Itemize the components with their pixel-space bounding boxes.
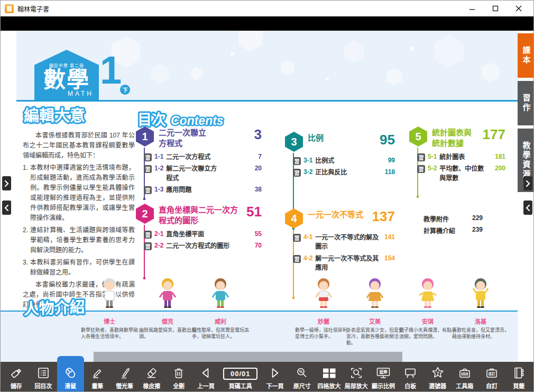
toc-extra-link[interactable]: 計算機介紹 239 [423, 226, 483, 235]
usb-save-icon [10, 366, 23, 380]
toc-section-link[interactable]: 習 3-1 比例式 99 [293, 157, 395, 166]
svg-text:延伸: 延伸 [379, 369, 388, 375]
toc-section-link[interactable]: 習 1-3 應用問題 38 [144, 186, 262, 195]
toc-section-link[interactable]: 習 1-1 二元一次方程式 7 [144, 153, 262, 162]
next-page-button[interactable]: 下一頁 [261, 362, 288, 392]
title-bar: 翰林電子書 [1, 1, 534, 16]
toc-extra-link[interactable]: 教學附件 229 [423, 214, 483, 223]
toc-chapter-3: 3 比例 95 習 3-1 比例式 99 習 3-2 正比與反比 118 [285, 132, 395, 180]
tab-textbook[interactable]: 課本 [518, 33, 534, 78]
custom-case-icon: 自訂 [485, 366, 499, 380]
page-number-tool[interactable]: 00/01 頁碼工具 [219, 362, 261, 392]
left-panel-expand-button[interactable] [2, 176, 11, 190]
chapter-number-hexagon: 4 [285, 208, 303, 229]
editorial-item-number: 3. [23, 258, 30, 278]
page-tabs-icon [512, 366, 526, 380]
toc-chapter-1: 1 二元一次聯立方程式 3 習 1-1 二元一次方程式 7 習 1-2 解二元一… [136, 126, 262, 198]
zoom-percent-icon: % [295, 366, 309, 380]
character-description: 幽默風趣愛搞笑，喜歡出風頭。 [137, 327, 198, 340]
workbook-badge: 習 [293, 157, 301, 165]
next-page-icon [268, 366, 282, 380]
back-to-contents-button[interactable]: 回目次 [30, 362, 57, 392]
highlighter-icon [118, 366, 132, 380]
region-zoom-icon [349, 366, 363, 380]
workbook-badge: 習 [417, 165, 425, 173]
trash-icon [172, 366, 186, 380]
quad-zoom-icon [321, 366, 337, 380]
character-name: 安琪 [397, 317, 458, 325]
previous-page-button[interactable]: 上一頁 [192, 362, 219, 392]
toc-section-link[interactable]: 習 5-1 統計圖表 181 [417, 153, 505, 162]
character-description: 喜歡吃美食，但又愛漂亮，藉由運動維持身材。 [450, 327, 511, 340]
toc-section-link[interactable]: 習 5-2 平均數、中位數與眾數 200 [417, 165, 505, 183]
workbook-badge: 習 [144, 242, 152, 250]
toc-section-link[interactable]: 習 2-2 二元一次方程式的圖形 70 [144, 242, 262, 251]
character-angel: 安琪 個子嬌小天真爛漫，有點小迷糊，愛問問題。 [397, 278, 458, 340]
toc-section-link[interactable]: 習 2-1 直角坐標平面 55 [144, 230, 262, 239]
region-zoom-button[interactable]: 局部放大 [343, 362, 370, 392]
maximize-button[interactable] [484, 1, 507, 16]
svg-text:%: % [299, 369, 303, 374]
volume-semester-badge: 下 [120, 85, 130, 95]
toc-section-link[interactable]: 習 4-2 解一元一次不等式及其應用 154 [293, 254, 395, 273]
toc-section-link[interactable]: 習 3-2 正比與反比 118 [293, 168, 395, 177]
original-size-button[interactable]: % 原尺寸 [289, 362, 316, 392]
pen-icon [90, 366, 104, 380]
character-description: 個子嬌小天真爛漫，有點小迷糊，愛問問題。 [397, 327, 458, 340]
character-figure [450, 278, 511, 308]
workbook-badge: 習 [144, 165, 152, 173]
page-indicator[interactable]: 00/01 [223, 368, 258, 380]
character-figure [397, 278, 458, 308]
toc-chapter-4-link[interactable]: 4 一元一次不等式 137 [285, 208, 395, 229]
editorial-item-text: 連結計算機、生活議題與跨領域等教學範疇，培養學生數學素養的思考力與解決問題的能力… [30, 225, 135, 256]
contents-heading: 目次 Contents [136, 110, 273, 131]
right-panel-collapse-button[interactable] [523, 200, 532, 215]
delete-all-button[interactable]: 全刪 [165, 362, 192, 392]
character-rocky: 洛基 喜歡吃美食，但又愛漂亮，藉由運動維持身材。 [450, 278, 511, 340]
top-black-bar [1, 16, 534, 31]
horizontal-scrollbar-thumb[interactable] [94, 352, 402, 362]
workbook-badge: 習 [144, 186, 152, 194]
number-picker-button[interactable]: 7 選號器 [424, 362, 451, 392]
character-name: 威利 [190, 317, 251, 325]
whiteboard-button[interactable]: 白板 [397, 362, 424, 392]
close-button[interactable] [507, 1, 530, 16]
display-ratio-icon: 延伸 [375, 366, 391, 380]
toc-section-link[interactable]: 習 4-1 一元一次不等式的解及圖示 141 [293, 233, 395, 252]
svg-text:目次: 目次 [137, 112, 166, 128]
character-name: 洛基 [450, 317, 511, 325]
left-panel-collapse-button[interactable] [2, 200, 11, 215]
window-title: 翰林電子書 [17, 4, 49, 13]
chapter-number-hexagon: 3 [285, 132, 303, 152]
quad-zoom-button[interactable]: 四格放大 [316, 362, 343, 392]
svg-text:Contents: Contents [171, 114, 224, 127]
toc-section-link[interactable]: 習 1-2 解二元一次聯立方程式 20 [144, 165, 262, 183]
character-description: 數學狂熱者，喜歡將數學融入各種生活情境中。 [79, 327, 140, 340]
toc-chapter-2-link[interactable]: 2 直角坐標與二元一次方程式的圖形 51 [136, 204, 262, 225]
toc-chapter-3-link[interactable]: 3 比例 95 [285, 132, 395, 152]
page-banner: 國民中學 第二冊 數學 MATH 1 下 [16, 31, 518, 101]
eraser-icon [145, 366, 159, 380]
custom-button[interactable]: 自訂 自訂 [478, 362, 505, 392]
minimize-button[interactable] [461, 1, 484, 16]
svg-text:自訂: 自訂 [489, 371, 496, 376]
display-ratio-button[interactable]: 延伸 顯示比例 [370, 362, 397, 392]
editorial-item-number: 2. [23, 225, 30, 256]
right-panel-expand-button[interactable] [523, 176, 532, 190]
character-figure [190, 278, 251, 308]
eraser-tool-button[interactable]: 橡皮擦 [138, 362, 165, 392]
chapter-number-hexagon: 5 [409, 126, 427, 147]
character-description: 個性憨厚，但其實是電玩高手，號稱電玩狂人。 [190, 327, 251, 340]
toolbox-button[interactable]: 工具箱 [451, 362, 478, 392]
svg-text:人物介紹: 人物介紹 [23, 298, 85, 317]
mouse-tool-button[interactable]: 滑鼠 [57, 356, 84, 392]
toc-extras: 教學附件 229 計算機介紹 239 [423, 214, 483, 238]
save-button[interactable]: 儲存 [3, 362, 30, 392]
tab-workbook[interactable]: 習作 [518, 81, 534, 125]
pen-tool-button[interactable]: 畫筆 [84, 362, 111, 392]
highlighter-tool-button[interactable]: 螢光筆 [111, 362, 138, 392]
toc-chapter-4: 4 一元一次不等式 137 習 4-1 一元一次不等式的解及圖示 141 習 4… [285, 208, 395, 276]
page-tabs-button[interactable]: 頁籤 [505, 362, 532, 392]
editorial-intro: 本書係根據教育部於民國 107 年公布之十二年國民基本教育課程綱要數學領域編輯而… [23, 131, 135, 161]
toc-chapter-5-link[interactable]: 5 統計圖表與統計數據 177 [409, 126, 505, 148]
